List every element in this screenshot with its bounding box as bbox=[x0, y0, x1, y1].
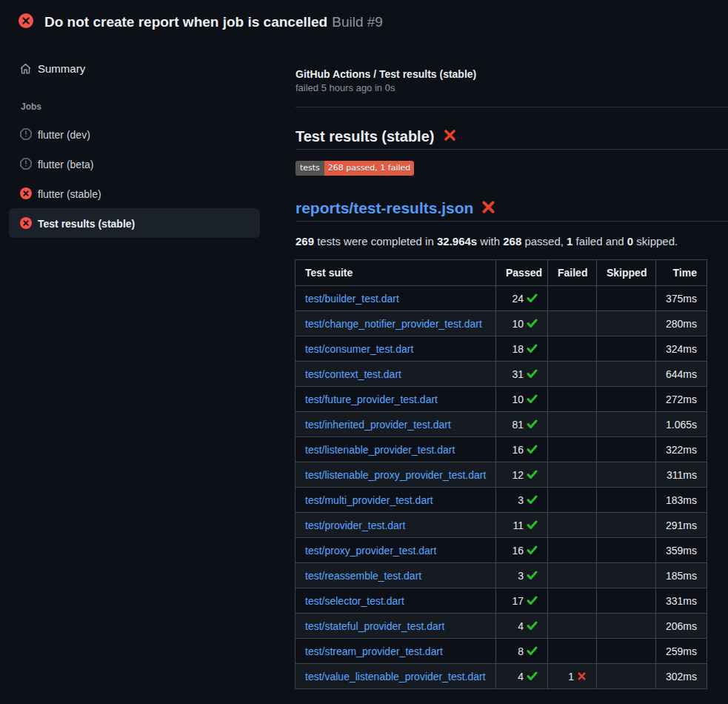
passed-check-icon bbox=[527, 445, 538, 454]
suite-link[interactable]: test/change_notifier_provider_test.dart bbox=[305, 318, 482, 330]
table-row: test/context_test.dart 31 644ms bbox=[295, 362, 707, 387]
suite-link[interactable]: test/context_test.dart bbox=[305, 368, 401, 380]
table-row: test/builder_test.dart 24 375ms bbox=[295, 286, 707, 311]
time-cell: 322ms bbox=[656, 437, 707, 462]
sidebar-job-item-flutter-dev[interactable]: flutter (dev) bbox=[9, 119, 260, 149]
job-label: flutter (dev) bbox=[38, 127, 90, 142]
check-failed-cross-icon bbox=[443, 128, 457, 142]
table-row: test/provider_test.dart 11 291ms bbox=[295, 513, 707, 538]
passed-check-icon bbox=[527, 621, 538, 631]
passed-check-icon bbox=[527, 520, 538, 530]
suite-link[interactable]: test/selector_test.dart bbox=[305, 595, 404, 607]
suite-link[interactable]: test/future_provider_test.dart bbox=[305, 393, 438, 405]
time-cell: 302ms bbox=[656, 664, 707, 689]
check-mark-icon bbox=[527, 445, 538, 454]
table-row: test/stream_provider_test.dart 8 259ms bbox=[295, 639, 707, 664]
jobs-section-label: Jobs bbox=[21, 101, 41, 113]
time-cell: 644ms bbox=[656, 362, 707, 387]
passed-check-icon bbox=[527, 646, 538, 656]
check-mark-icon bbox=[527, 671, 538, 681]
x-circle-fill-icon bbox=[20, 187, 32, 199]
passed-check-icon bbox=[527, 495, 538, 505]
time-cell: 185ms bbox=[656, 563, 707, 588]
badge-label: tests bbox=[295, 161, 324, 176]
failed-cross-icon bbox=[577, 671, 587, 681]
check-mark-icon bbox=[527, 293, 538, 303]
table-row: test/listenable_proxy_provider_test.dart… bbox=[295, 462, 707, 488]
suite-link[interactable]: test/value_listenable_provider_test.dart bbox=[305, 671, 486, 683]
job-label: Test results (stable) bbox=[38, 216, 135, 231]
check-mark-icon bbox=[527, 520, 538, 530]
time-cell: 259ms bbox=[656, 639, 707, 664]
time-cell: 1.065s bbox=[656, 412, 707, 437]
column-header-skipped: Skipped bbox=[597, 260, 656, 286]
table-row: test/reassemble_test.dart 3 185ms bbox=[295, 563, 707, 588]
passed-check-icon bbox=[527, 470, 538, 479]
suite-link[interactable]: test/inherited_provider_test.dart bbox=[305, 419, 451, 431]
column-header-time: Time bbox=[656, 260, 707, 286]
check-mark-icon bbox=[527, 319, 538, 328]
column-header-passed: Passed bbox=[496, 260, 548, 286]
sidebar-job-item-flutter-beta[interactable]: flutter (beta) bbox=[9, 149, 260, 179]
suite-link[interactable]: test/multi_provider_test.dart bbox=[305, 494, 433, 506]
report-title-link[interactable]: reports/test-results.json bbox=[295, 198, 473, 219]
table-row: test/consumer_test.dart 18 324ms bbox=[295, 336, 707, 362]
check-mark-icon bbox=[527, 394, 538, 404]
column-header-failed: Failed bbox=[548, 260, 597, 286]
passed-check-icon bbox=[527, 671, 538, 681]
check-mark-icon bbox=[527, 571, 538, 580]
heading-rule bbox=[295, 221, 728, 222]
check-mark-icon bbox=[527, 495, 538, 505]
cross-mark-icon bbox=[481, 199, 496, 215]
suite-link[interactable]: test/stateful_provider_test.dart bbox=[305, 620, 444, 632]
home-icon bbox=[20, 63, 31, 75]
job-label: flutter (stable) bbox=[38, 187, 101, 202]
table-row: test/listenable_provider_test.dart 16 32… bbox=[295, 437, 707, 462]
stop-icon bbox=[20, 128, 32, 140]
suite-link[interactable]: test/proxy_provider_test.dart bbox=[305, 545, 436, 557]
summary-line: 269 tests were completed in 32.964s with… bbox=[295, 235, 678, 248]
sidebar-item-summary[interactable]: Summary bbox=[9, 62, 260, 76]
check-mark-icon bbox=[527, 596, 538, 605]
stop-icon bbox=[20, 158, 32, 170]
check-mark-icon bbox=[527, 470, 538, 479]
passed-check-icon bbox=[527, 344, 538, 353]
suite-link[interactable]: test/reassemble_test.dart bbox=[305, 570, 421, 582]
time-cell: 291ms bbox=[656, 513, 707, 538]
time-cell: 359ms bbox=[656, 538, 707, 563]
suite-link[interactable]: test/provider_test.dart bbox=[305, 519, 405, 531]
time-cell: 331ms bbox=[656, 588, 707, 614]
passed-check-icon bbox=[527, 545, 538, 555]
table-row: test/inherited_provider_test.dart 81 1.0… bbox=[295, 412, 707, 437]
suite-link[interactable]: test/builder_test.dart bbox=[305, 293, 399, 305]
job-list: flutter (dev) flutter (beta) flutter (st… bbox=[9, 119, 260, 238]
suite-link[interactable]: test/stream_provider_test.dart bbox=[305, 645, 443, 657]
report-failed-cross-icon bbox=[481, 199, 496, 215]
x-circle-fill-icon bbox=[20, 217, 32, 229]
table-row: test/change_notifier_provider_test.dart … bbox=[295, 311, 707, 336]
check-mark-icon bbox=[527, 344, 538, 353]
results-table: Test suite Passed Failed Skipped Time te… bbox=[295, 259, 707, 689]
time-cell: 280ms bbox=[656, 311, 707, 336]
passed-check-icon bbox=[527, 596, 538, 605]
sidebar-job-item-flutter-stable[interactable]: flutter (stable) bbox=[9, 179, 260, 208]
passed-check-icon bbox=[527, 293, 538, 303]
check-mark-icon bbox=[527, 545, 538, 555]
passed-check-icon bbox=[527, 394, 538, 404]
check-mark-icon bbox=[527, 419, 538, 429]
column-header-test-suite: Test suite bbox=[295, 260, 496, 286]
time-cell: 311ms bbox=[656, 462, 707, 488]
check-mark-icon bbox=[527, 646, 538, 656]
check-mark-icon bbox=[527, 369, 538, 379]
table-row: test/future_provider_test.dart 10 272ms bbox=[295, 387, 707, 412]
check-title: Test results (stable) bbox=[295, 127, 434, 145]
check-mark-icon bbox=[527, 621, 538, 631]
passed-check-icon bbox=[527, 319, 538, 328]
sidebar-job-item-test-results-stable[interactable]: Test results (stable) bbox=[9, 208, 260, 238]
passed-check-icon bbox=[527, 369, 538, 379]
suite-link[interactable]: test/consumer_test.dart bbox=[305, 343, 413, 355]
suite-link[interactable]: test/listenable_provider_test.dart bbox=[305, 444, 455, 456]
table-row: test/selector_test.dart 17 331ms bbox=[295, 588, 707, 614]
suite-link[interactable]: test/listenable_proxy_provider_test.dart bbox=[305, 469, 486, 481]
sidebar: Summary Jobs flutter (dev) flutter (beta… bbox=[0, 0, 269, 704]
